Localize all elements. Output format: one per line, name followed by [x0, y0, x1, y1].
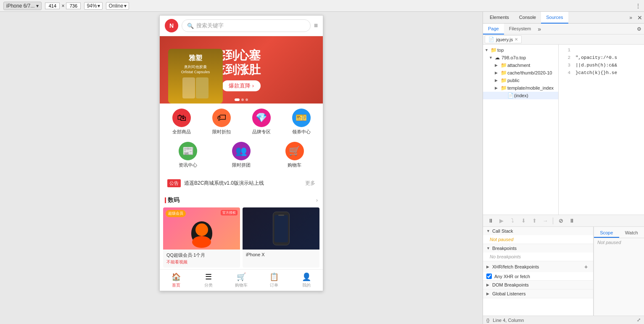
bottom-split: ▼ Call Stack Not paused ▼ Breakpoints: [483, 227, 644, 316]
tab-elements[interactable]: Elements: [485, 12, 514, 24]
tree-item-template[interactable]: ▶ 📁 template/mobile_index: [483, 84, 558, 92]
deactivate-breakpoints-button[interactable]: ⊘: [557, 217, 565, 225]
any-xhr-checkbox[interactable]: [486, 274, 492, 279]
xhr-breakpoints-header[interactable]: ▶ XHR/fetch Breakpoints +: [483, 261, 593, 272]
more-tabs-icon[interactable]: »: [629, 15, 632, 21]
section-title: 数码: [165, 197, 179, 204]
category-brand[interactable]: 💎 品牌专区: [243, 109, 280, 135]
folder-icon: 📁: [501, 85, 507, 91]
breakpoints-header[interactable]: ▼ Breakpoints: [483, 244, 593, 252]
category-label: 资讯中心: [179, 162, 197, 168]
device-selector[interactable]: iPhone 6/7... ▾: [3, 2, 42, 10]
expand-icon[interactable]: ⤢: [637, 317, 641, 323]
width-input[interactable]: [45, 3, 60, 9]
global-listeners-header[interactable]: ▶ Global Listeners: [483, 289, 593, 298]
category-group-buy[interactable]: 👥 限时拼团: [216, 142, 267, 168]
nav-home[interactable]: 🏠 首页: [160, 272, 193, 288]
product-card-iphone[interactable]: iPhone X: [243, 207, 319, 268]
network-selector[interactable]: Online ▾: [106, 2, 129, 10]
file-tab-jquery[interactable]: 📄 jquery.js ✕: [485, 35, 522, 43]
nav-orders[interactable]: 📋 订单: [258, 272, 290, 288]
nav-profile[interactable]: 👤 我的: [290, 272, 323, 288]
file-icon: 📄: [488, 37, 494, 42]
announcement-bar: 公告 逍遥B2C商城系统v1.0版演示站上线 更多: [163, 176, 319, 191]
tab-sources[interactable]: Sources: [541, 12, 568, 24]
step-out-button[interactable]: ⬆: [530, 217, 538, 225]
pause-on-exception-button[interactable]: ⏸: [567, 217, 576, 225]
product-name: iPhone X: [246, 252, 316, 257]
tree-item-cache[interactable]: ▶ 📁 cache/thumb/2020-10: [483, 69, 558, 77]
close-file-tab-icon[interactable]: ✕: [515, 37, 518, 42]
category-all-products[interactable]: 🛍 全部商品: [163, 109, 200, 135]
search-bar[interactable]: 🔍 搜索关键字: [182, 19, 311, 32]
tab-console[interactable]: Console: [514, 12, 541, 24]
category-icon: 📰: [179, 142, 197, 160]
super-member-badge: 超级会员: [166, 210, 186, 217]
close-devtools-icon[interactable]: ✕: [637, 14, 642, 21]
banner-button[interactable]: 爆款直降 ›: [222, 80, 261, 91]
tree-item-domain[interactable]: ▼ ☁ 798.o7o.top: [483, 54, 558, 61]
tab-sources-label: Sources: [546, 15, 563, 20]
category-limited-discount[interactable]: 🏷 限时折扣: [203, 109, 240, 135]
step-button[interactable]: →: [541, 217, 549, 225]
category-label: 品牌专区: [252, 129, 271, 135]
cart-icon: 🛒: [237, 272, 246, 282]
tab-watch[interactable]: Watch: [619, 228, 644, 238]
chevron-down-icon: ▾: [36, 3, 39, 9]
zoom-chevron-icon: ▾: [98, 3, 100, 9]
dot-1: [235, 98, 240, 101]
tab-scope[interactable]: Scope: [594, 228, 619, 238]
step-over-button[interactable]: ⤵: [508, 217, 517, 225]
add-xhr-breakpoint-button[interactable]: +: [582, 263, 590, 271]
nav-category[interactable]: ☰ 分类: [193, 272, 225, 288]
nav-tab-filesystem[interactable]: Filesystem: [504, 24, 536, 35]
category-label: 限时折扣: [212, 129, 231, 135]
gear-icon[interactable]: ⚙: [634, 26, 644, 32]
tree-item-public[interactable]: ▶ 📁 public: [483, 77, 558, 84]
resume-button[interactable]: ▶: [497, 217, 506, 225]
any-xhr-row: Any XHR or fetch: [483, 272, 593, 280]
code-line-3: 3 ||d.push(h):c&&: [559, 61, 644, 69]
section-header: 数码 ›: [160, 193, 323, 206]
dom-breakpoints-label: DOM Breakpoints: [492, 282, 529, 287]
format-icon[interactable]: {}: [486, 318, 489, 323]
category-coupon[interactable]: 🎫 领券中心: [283, 109, 319, 135]
tab-console-label: Console: [519, 15, 536, 20]
height-input[interactable]: [66, 3, 81, 9]
tree-item-top[interactable]: ▼ 📁 top: [483, 46, 558, 54]
section-more[interactable]: ›: [316, 197, 318, 203]
code-content: ||d.push(h):c&&: [575, 61, 617, 69]
toolbar-right: ⋮: [636, 3, 641, 9]
category-label: 领券中心: [292, 129, 311, 135]
product-card-qq[interactable]: 超级会员 官方授权 QQ超级会员·1个月 不能看视频: [163, 207, 240, 268]
scope-content: Not paused: [594, 238, 644, 247]
nav-cart[interactable]: 🛒 购物车: [225, 272, 258, 288]
category-news[interactable]: 📰 资讯中心: [163, 142, 213, 168]
category-label: 限时拼团: [232, 162, 251, 168]
nav-tab-page[interactable]: Page: [483, 24, 504, 35]
scope-tabs: Scope Watch: [594, 228, 644, 238]
zoom-selector[interactable]: 94% ▾: [84, 2, 103, 10]
devtools-bottom: ⏸ ▶ ⤵ ⬇ ⬆ → ⊘ ⏸ ▼ Call Stack: [483, 215, 644, 316]
call-stack-header[interactable]: ▼ Call Stack: [483, 227, 593, 235]
announcement-more[interactable]: 更多: [305, 180, 315, 187]
toggle-icon: ▼: [486, 229, 491, 233]
category-cart[interactable]: 🛒 购物车: [269, 142, 319, 168]
section-title-text: 数码: [168, 197, 179, 204]
step-into-button[interactable]: ⬇: [519, 217, 528, 225]
menu-icon[interactable]: ≡: [314, 22, 318, 29]
tree-item-index[interactable]: 📄 (index): [483, 92, 558, 99]
debugger-left-panel: ▼ Call Stack Not paused ▼ Breakpoints: [483, 227, 594, 316]
more-options-icon[interactable]: ⋮: [636, 3, 641, 9]
dom-breakpoints-header[interactable]: ▶ DOM Breakpoints: [483, 281, 593, 289]
file-tree: ▼ 📁 top ▼ ☁ 798.o7o.top ▶ 📁 attachment: [483, 45, 559, 215]
pause-button[interactable]: ⏸: [486, 217, 495, 225]
product-info: QQ超级会员·1个月 不能看视频: [163, 250, 240, 268]
nav-more-icon[interactable]: »: [536, 26, 543, 32]
line-number: 3: [562, 61, 570, 69]
line-number: 2: [562, 54, 570, 61]
zoom-label: 94%: [87, 3, 97, 9]
no-breakpoints-status: No breakpoints: [490, 254, 521, 259]
tree-item-attachment[interactable]: ▶ 📁 attachment: [483, 61, 558, 69]
banner-dots: [235, 98, 248, 101]
